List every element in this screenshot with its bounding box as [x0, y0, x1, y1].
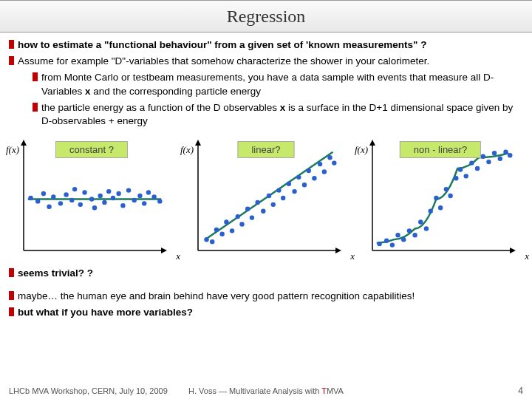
svg-point-42: [236, 214, 240, 219]
bullet-icon: [33, 72, 38, 81]
svg-point-21: [111, 196, 115, 200]
svg-point-58: [318, 162, 322, 166]
bullet-4: maybe… the human eye and brain behind ha…: [18, 290, 415, 303]
svg-point-51: [281, 196, 285, 200]
svg-point-8: [47, 205, 51, 209]
svg-point-12: [69, 198, 74, 202]
svg-point-28: [146, 191, 151, 195]
svg-point-41: [230, 228, 234, 233]
svg-point-29: [151, 195, 156, 200]
x-axis-label: x: [350, 250, 355, 262]
svg-point-79: [448, 194, 452, 198]
svg-point-20: [106, 189, 111, 194]
svg-point-57: [312, 176, 316, 180]
bullet-icon: [33, 103, 38, 112]
svg-point-77: [438, 205, 443, 210]
chart-nonlinear: f(x) non - linear? x: [356, 135, 525, 261]
svg-point-54: [296, 175, 301, 180]
after-charts: seems trivial? ? maybe… the human eye an…: [0, 261, 532, 319]
svg-point-13: [72, 187, 77, 191]
svg-marker-2: [21, 140, 27, 146]
bullet-1: how to estimate a "functional behaviour"…: [18, 38, 427, 52]
svg-point-49: [271, 202, 276, 207]
svg-point-17: [92, 205, 97, 210]
svg-point-53: [292, 189, 296, 194]
svg-marker-64: [369, 140, 375, 146]
slide-footer: LHCb MVA Workshop, CERN, July 10, 2009 H…: [0, 386, 532, 396]
bullet-3: seems trivial? ?: [18, 267, 93, 280]
svg-point-43: [239, 222, 244, 227]
x-axis-label: x: [176, 250, 180, 262]
x-axis-label: x: [525, 250, 529, 262]
svg-point-50: [276, 188, 281, 193]
chart-tag-linear: linear?: [237, 141, 294, 158]
svg-point-86: [486, 160, 491, 164]
svg-point-73: [418, 220, 423, 225]
svg-point-37: [210, 239, 214, 244]
bullet-2: Assume for example "D"-variables that so…: [18, 55, 429, 68]
svg-point-10: [58, 201, 63, 205]
svg-point-22: [116, 191, 120, 196]
chart-linear: f(x) linear? x: [182, 135, 350, 261]
svg-point-89: [503, 150, 508, 154]
svg-point-5: [28, 196, 33, 200]
chart-tag-constant: constant ?: [55, 141, 128, 158]
svg-point-9: [51, 195, 55, 200]
svg-point-68: [390, 243, 395, 248]
svg-point-81: [458, 168, 463, 172]
svg-point-78: [444, 187, 449, 191]
svg-point-24: [126, 188, 131, 193]
svg-point-60: [327, 155, 332, 160]
svg-point-23: [120, 203, 125, 208]
svg-point-74: [424, 227, 429, 231]
bullet-2a: from Monte Carlo or testbeam measurement…: [41, 71, 523, 98]
svg-point-48: [267, 194, 271, 198]
svg-point-52: [287, 182, 291, 186]
svg-point-45: [250, 216, 254, 220]
svg-point-75: [429, 209, 433, 214]
bullet-5: but what if you have more variables?: [18, 306, 193, 319]
bullet-icon: [9, 40, 14, 49]
svg-point-80: [454, 176, 458, 180]
svg-point-47: [261, 209, 265, 214]
footer-left: LHCb MVA Workshop, CERN, July 10, 2009: [9, 386, 168, 395]
svg-point-76: [434, 196, 438, 200]
svg-point-27: [142, 201, 146, 205]
y-axis-label: f(x): [180, 144, 194, 156]
svg-point-69: [395, 233, 400, 237]
svg-marker-34: [335, 248, 341, 253]
svg-point-26: [137, 194, 142, 198]
svg-point-83: [469, 161, 474, 166]
svg-marker-33: [195, 140, 201, 146]
svg-point-88: [498, 157, 502, 161]
svg-point-25: [132, 198, 137, 202]
svg-point-40: [224, 220, 228, 225]
svg-marker-65: [510, 248, 516, 253]
svg-point-61: [332, 161, 336, 166]
svg-point-7: [41, 191, 46, 196]
svg-point-39: [219, 232, 224, 236]
svg-point-15: [82, 191, 86, 195]
svg-point-6: [35, 200, 40, 204]
svg-point-71: [407, 228, 412, 233]
y-axis-label: f(x): [355, 144, 368, 156]
svg-point-66: [377, 242, 381, 246]
bullet-icon: [9, 268, 14, 277]
slide-title: Regression: [0, 0, 532, 33]
svg-point-84: [475, 166, 480, 171]
svg-point-87: [492, 151, 497, 155]
svg-point-44: [245, 207, 250, 211]
svg-point-19: [102, 200, 106, 205]
y-axis-label: f(x): [6, 144, 19, 156]
svg-point-85: [481, 154, 485, 159]
svg-point-18: [98, 194, 102, 198]
svg-point-70: [401, 237, 406, 242]
svg-point-82: [464, 174, 468, 178]
svg-point-38: [214, 228, 219, 232]
svg-point-11: [64, 193, 68, 197]
svg-point-67: [384, 239, 389, 243]
bullet-icon: [9, 56, 14, 65]
svg-point-90: [508, 153, 512, 157]
bullet-icon: [9, 307, 14, 316]
svg-point-14: [78, 202, 83, 207]
